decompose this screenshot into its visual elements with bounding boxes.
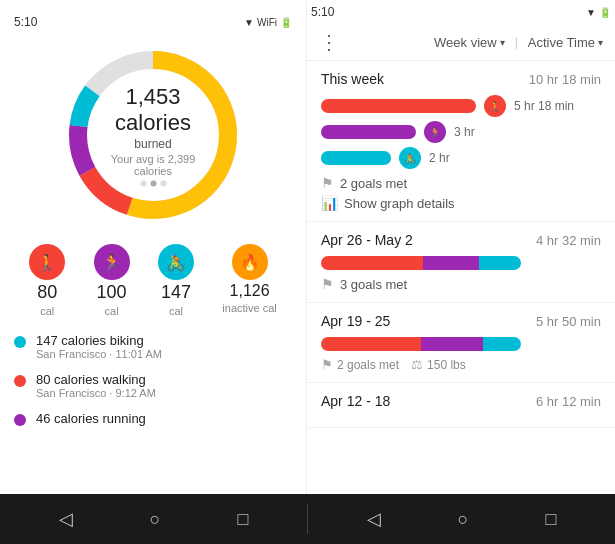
left-panel: 5:10 ▼ WiFi 🔋 1 <box>0 0 307 494</box>
inactive-label: inactive cal <box>222 302 276 314</box>
left-status-time: 5:10 <box>14 15 37 29</box>
running-dot <box>14 414 26 426</box>
show-graph-label: Show graph details <box>344 196 455 211</box>
inactive-value: 1,126 <box>230 282 270 300</box>
recents-button[interactable]: □ <box>238 509 249 530</box>
toolbar-separator: | <box>515 35 518 49</box>
right-status-bar: 5:10 ▼ 🔋 <box>307 0 615 24</box>
biking-sub: San Francisco · 11:01 AM <box>36 348 162 360</box>
walking-unit: cal <box>40 305 54 317</box>
donut-burned-label: burned <box>106 136 201 150</box>
apr19-weight-meta: ⚖ 150 lbs <box>411 357 466 372</box>
wifi-icon: WiFi <box>257 17 277 28</box>
dot-1 <box>140 180 146 186</box>
week-apr19-total: 5 hr 50 min <box>536 314 601 329</box>
biking-icon: 🚴 <box>158 244 194 280</box>
goals-text-2: 3 goals met <box>340 277 407 292</box>
apr26-bar-row <box>321 256 601 270</box>
right-status-icons: ▼ 🔋 <box>586 7 611 18</box>
right-home-button[interactable]: ○ <box>458 509 469 530</box>
right-battery-icon: 🔋 <box>599 7 611 18</box>
dot-3 <box>160 180 166 186</box>
bar-row-running: 🏃 3 hr <box>321 121 601 143</box>
back-button[interactable]: ◁ <box>59 508 73 530</box>
bar-row-walking: 🚶 5 hr 18 min <box>321 95 601 117</box>
biking-bar-icon: 🚴 <box>399 147 421 169</box>
dot-2 <box>150 180 156 186</box>
running-bar-icon: 🏃 <box>424 121 446 143</box>
walking-value: 80 <box>37 282 57 303</box>
bar-row-biking: 🚴 2 hr <box>321 147 601 169</box>
week-apr12-header: Apr 12 - 18 6 hr 12 min <box>321 393 601 409</box>
this-week-title: This week <box>321 71 384 87</box>
battery-icon: 🔋 <box>280 17 292 28</box>
weight-icon: ⚖ <box>411 357 423 372</box>
active-time-dropdown[interactable]: Active Time ▾ <box>528 35 603 50</box>
apr19-combined-bar <box>321 337 521 351</box>
running-info: 46 calories running <box>36 411 146 426</box>
week-apr26-section: Apr 26 - May 2 4 hr 32 min ⚑ 3 goals met <box>307 222 615 303</box>
week-apr19-section: Apr 19 - 25 5 hr 50 min ⚑ <box>307 303 615 383</box>
week-apr26-header: Apr 26 - May 2 4 hr 32 min <box>321 232 601 248</box>
week-apr19-meta: ⚑ 2 goals met ⚖ 150 lbs <box>321 357 601 372</box>
donut-calories: 1,453 calories <box>106 84 201 137</box>
week-apr26-title: Apr 26 - May 2 <box>321 232 413 248</box>
week-view-label: Week view <box>434 35 497 50</box>
goals-flag-icon: ⚑ <box>321 175 334 191</box>
left-nav: ◁ ○ □ <box>0 494 307 544</box>
active-time-chevron: ▾ <box>598 37 603 48</box>
list-item: 46 calories running <box>10 405 296 432</box>
week-apr12-title: Apr 12 - 18 <box>321 393 390 409</box>
donut-chart: 1,453 calories burned Your avg is 2,399 … <box>58 40 248 230</box>
dots-indicator <box>106 180 201 186</box>
walking-sub: San Francisco · 9:12 AM <box>36 387 156 399</box>
walking-title: 80 calories walking <box>36 372 156 387</box>
goals-text: 2 goals met <box>340 176 407 191</box>
running-title: 46 calories running <box>36 411 146 426</box>
stat-biking: 🚴 147 cal <box>158 244 194 317</box>
stat-walking: 🚶 80 cal <box>29 244 65 317</box>
week-apr26-total: 4 hr 32 min <box>536 233 601 248</box>
activity-list: 147 calories biking San Francisco · 11:0… <box>10 327 296 432</box>
biking-unit: cal <box>169 305 183 317</box>
more-options-icon[interactable] <box>319 30 339 54</box>
stat-inactive: 🔥 1,126 inactive cal <box>222 244 276 317</box>
this-week-header: This week 10 hr 18 min <box>321 71 601 87</box>
signal-icon: ▼ <box>244 17 254 28</box>
right-status-time: 5:10 <box>311 5 334 19</box>
list-item: 147 calories biking San Francisco · 11:0… <box>10 327 296 366</box>
right-recents-button[interactable]: □ <box>546 509 557 530</box>
active-time-label: Active Time <box>528 35 595 50</box>
show-graph-row[interactable]: 📊 Show graph details <box>321 195 601 211</box>
week-view-dropdown[interactable]: Week view ▾ <box>434 35 505 50</box>
bar-chart-icon: 📊 <box>321 195 338 211</box>
week-apr12-total: 6 hr 12 min <box>536 394 601 409</box>
right-back-button[interactable]: ◁ <box>367 508 381 530</box>
apr26-combined-bar <box>321 256 521 270</box>
walking-bar-label: 5 hr 18 min <box>514 99 574 113</box>
week-view-chevron: ▾ <box>500 37 505 48</box>
home-button[interactable]: ○ <box>150 509 161 530</box>
weeks-content[interactable]: This week 10 hr 18 min 🚶 5 hr 18 min 🏃 3… <box>307 61 615 494</box>
running-icon: 🏃 <box>94 244 130 280</box>
meta-flag-icon: ⚑ <box>321 357 333 372</box>
biking-bar-label: 2 hr <box>429 151 459 165</box>
this-week-bars: 🚶 5 hr 18 min 🏃 3 hr 🚴 2 hr <box>321 95 601 169</box>
biking-bar <box>321 151 391 165</box>
right-toolbar: Week view ▾ | Active Time ▾ <box>307 24 615 61</box>
list-item: 80 calories walking San Francisco · 9:12… <box>10 366 296 405</box>
goals-row-apr26: ⚑ 3 goals met <box>321 276 601 292</box>
week-apr19-header: Apr 19 - 25 5 hr 50 min <box>321 313 601 329</box>
inactive-icon: 🔥 <box>232 244 268 280</box>
right-signal-icon: ▼ <box>586 7 596 18</box>
running-unit: cal <box>105 305 119 317</box>
walking-dot <box>14 375 26 387</box>
biking-value: 147 <box>161 282 191 303</box>
this-week-total: 10 hr 18 min <box>529 72 601 87</box>
walking-icon: 🚶 <box>29 244 65 280</box>
week-apr12-section: Apr 12 - 18 6 hr 12 min <box>307 383 615 428</box>
apr19-bar-row <box>321 337 601 351</box>
walking-bar <box>321 99 476 113</box>
donut-avg: Your avg is 2,399 calories <box>106 152 201 176</box>
this-week-section: This week 10 hr 18 min 🚶 5 hr 18 min 🏃 3… <box>307 61 615 222</box>
